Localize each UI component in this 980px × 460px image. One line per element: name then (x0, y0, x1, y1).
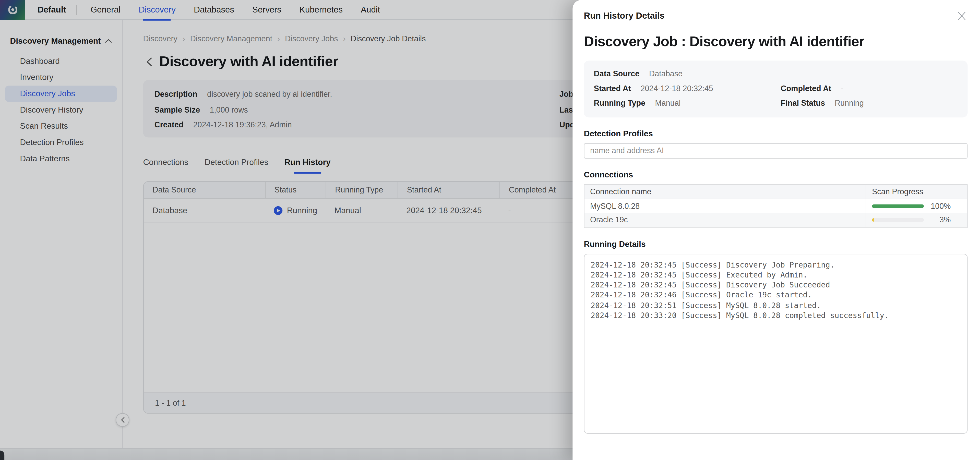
progress-bar-fill (872, 204, 924, 208)
run-info-panel: Data Source Database Started At 2024-12-… (584, 60, 967, 117)
drawer-title: Discovery Job : Discovery with AI identi… (584, 34, 967, 50)
drawer-header-title: Run History Details (584, 11, 664, 21)
log-line: 2024-12-18 20:32:46 [Success] Oracle 19c… (590, 290, 961, 301)
progress-bar-track (872, 204, 924, 208)
detection-profile-value: name and address AI (590, 146, 664, 155)
info-data-source-label: Data Source (594, 69, 640, 78)
run-history-details-drawer: Run History Details Discovery Job : Disc… (573, 0, 980, 460)
info-completed-at-label: Completed At (781, 84, 831, 93)
running-details-log[interactable]: 2024-12-18 20:32:45 [Success] Discovery … (584, 253, 967, 433)
connection-row-mysql[interactable]: MySQL 8.0.28 100% (584, 199, 967, 213)
log-line: 2024-12-18 20:32:51 [Success] MySQL 8.0.… (590, 301, 961, 311)
log-line: 2024-12-18 20:32:45 [Success] Executed b… (590, 270, 961, 280)
close-icon[interactable] (955, 10, 968, 22)
column-header-scan-progress: Scan Progress (865, 185, 967, 198)
info-final-status-value: Running (835, 99, 864, 107)
progress-percent: 3% (928, 216, 951, 224)
progress-percent: 100% (928, 202, 951, 210)
connections-table-header: Connection name Scan Progress (584, 185, 967, 199)
log-line: 2024-12-18 20:32:45 [Success] Discovery … (590, 280, 961, 290)
info-started-at-label: Started At (594, 84, 631, 93)
application-window: Default General Discovery Databases Serv… (0, 0, 980, 460)
running-details-heading: Running Details (584, 239, 967, 248)
info-running-type-value: Manual (655, 99, 681, 107)
connection-name: MySQL 8.0.28 (584, 199, 866, 213)
info-final-status-label: Final Status (781, 99, 825, 107)
scan-progress-cell: 100% (865, 199, 967, 213)
scan-progress-cell: 3% (865, 213, 967, 227)
connection-row-oracle[interactable]: Oracle 19c 3% (584, 213, 967, 227)
drawer-header: Run History Details (584, 0, 967, 22)
column-header-connection-name: Connection name (584, 185, 866, 198)
progress-bar-track (872, 218, 924, 222)
log-line: 2024-12-18 20:33:20 [Success] MySQL 8.0.… (590, 311, 961, 321)
info-started-at-value: 2024-12-18 20:32:45 (641, 84, 713, 93)
connection-name: Oracle 19c (584, 213, 866, 227)
info-running-type-label: Running Type (594, 99, 646, 107)
info-data-source-value: Database (649, 69, 682, 78)
detection-profiles-field[interactable]: name and address AI (584, 143, 967, 158)
info-completed-at-value: - (841, 84, 843, 93)
connections-table: Connection name Scan Progress MySQL 8.0.… (584, 184, 967, 228)
connections-heading: Connections (584, 170, 967, 179)
progress-bar-fill (872, 218, 874, 222)
detection-profiles-heading: Detection Profiles (584, 128, 967, 138)
log-line: 2024-12-18 20:32:45 [Success] Discovery … (590, 259, 961, 270)
